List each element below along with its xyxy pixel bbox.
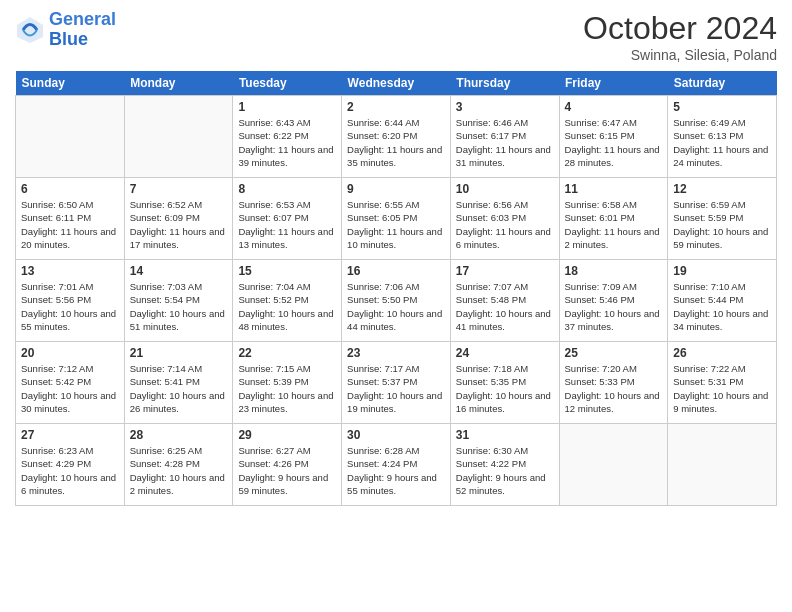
header-row: Sunday Monday Tuesday Wednesday Thursday… [16, 71, 777, 96]
day-number: 26 [673, 346, 771, 360]
page: General Blue October 2024 Swinna, Silesi… [0, 0, 792, 612]
day-info: Sunrise: 6:56 AM Sunset: 6:03 PM Dayligh… [456, 198, 554, 251]
day-cell: 18Sunrise: 7:09 AM Sunset: 5:46 PM Dayli… [559, 260, 668, 342]
title-block: October 2024 Swinna, Silesia, Poland [583, 10, 777, 63]
day-info: Sunrise: 6:53 AM Sunset: 6:07 PM Dayligh… [238, 198, 336, 251]
day-cell: 25Sunrise: 7:20 AM Sunset: 5:33 PM Dayli… [559, 342, 668, 424]
day-number: 7 [130, 182, 228, 196]
day-number: 5 [673, 100, 771, 114]
day-number: 19 [673, 264, 771, 278]
month-title: October 2024 [583, 10, 777, 47]
week-row-2: 6Sunrise: 6:50 AM Sunset: 6:11 PM Daylig… [16, 178, 777, 260]
day-number: 4 [565, 100, 663, 114]
day-info: Sunrise: 7:03 AM Sunset: 5:54 PM Dayligh… [130, 280, 228, 333]
day-cell: 19Sunrise: 7:10 AM Sunset: 5:44 PM Dayli… [668, 260, 777, 342]
day-info: Sunrise: 6:55 AM Sunset: 6:05 PM Dayligh… [347, 198, 445, 251]
day-info: Sunrise: 6:44 AM Sunset: 6:20 PM Dayligh… [347, 116, 445, 169]
day-info: Sunrise: 7:15 AM Sunset: 5:39 PM Dayligh… [238, 362, 336, 415]
day-cell: 1Sunrise: 6:43 AM Sunset: 6:22 PM Daylig… [233, 96, 342, 178]
day-info: Sunrise: 7:12 AM Sunset: 5:42 PM Dayligh… [21, 362, 119, 415]
day-number: 23 [347, 346, 445, 360]
day-cell: 13Sunrise: 7:01 AM Sunset: 5:56 PM Dayli… [16, 260, 125, 342]
week-row-5: 27Sunrise: 6:23 AM Sunset: 4:29 PM Dayli… [16, 424, 777, 506]
day-cell: 21Sunrise: 7:14 AM Sunset: 5:41 PM Dayli… [124, 342, 233, 424]
day-cell: 15Sunrise: 7:04 AM Sunset: 5:52 PM Dayli… [233, 260, 342, 342]
day-number: 11 [565, 182, 663, 196]
day-cell: 6Sunrise: 6:50 AM Sunset: 6:11 PM Daylig… [16, 178, 125, 260]
day-number: 28 [130, 428, 228, 442]
day-info: Sunrise: 6:52 AM Sunset: 6:09 PM Dayligh… [130, 198, 228, 251]
day-info: Sunrise: 7:22 AM Sunset: 5:31 PM Dayligh… [673, 362, 771, 415]
day-cell: 2Sunrise: 6:44 AM Sunset: 6:20 PM Daylig… [342, 96, 451, 178]
day-cell: 7Sunrise: 6:52 AM Sunset: 6:09 PM Daylig… [124, 178, 233, 260]
day-info: Sunrise: 6:43 AM Sunset: 6:22 PM Dayligh… [238, 116, 336, 169]
day-info: Sunrise: 7:01 AM Sunset: 5:56 PM Dayligh… [21, 280, 119, 333]
day-cell: 20Sunrise: 7:12 AM Sunset: 5:42 PM Dayli… [16, 342, 125, 424]
day-info: Sunrise: 6:28 AM Sunset: 4:24 PM Dayligh… [347, 444, 445, 497]
calendar-table: Sunday Monday Tuesday Wednesday Thursday… [15, 71, 777, 506]
day-info: Sunrise: 6:58 AM Sunset: 6:01 PM Dayligh… [565, 198, 663, 251]
header-monday: Monday [124, 71, 233, 96]
day-info: Sunrise: 7:09 AM Sunset: 5:46 PM Dayligh… [565, 280, 663, 333]
day-cell: 30Sunrise: 6:28 AM Sunset: 4:24 PM Dayli… [342, 424, 451, 506]
day-number: 22 [238, 346, 336, 360]
day-info: Sunrise: 7:17 AM Sunset: 5:37 PM Dayligh… [347, 362, 445, 415]
day-number: 1 [238, 100, 336, 114]
header-friday: Friday [559, 71, 668, 96]
day-cell: 14Sunrise: 7:03 AM Sunset: 5:54 PM Dayli… [124, 260, 233, 342]
day-number: 10 [456, 182, 554, 196]
header-tuesday: Tuesday [233, 71, 342, 96]
day-cell: 16Sunrise: 7:06 AM Sunset: 5:50 PM Dayli… [342, 260, 451, 342]
calendar-body: 1Sunrise: 6:43 AM Sunset: 6:22 PM Daylig… [16, 96, 777, 506]
day-info: Sunrise: 7:20 AM Sunset: 5:33 PM Dayligh… [565, 362, 663, 415]
day-number: 25 [565, 346, 663, 360]
week-row-1: 1Sunrise: 6:43 AM Sunset: 6:22 PM Daylig… [16, 96, 777, 178]
header-saturday: Saturday [668, 71, 777, 96]
day-cell: 3Sunrise: 6:46 AM Sunset: 6:17 PM Daylig… [450, 96, 559, 178]
day-cell: 28Sunrise: 6:25 AM Sunset: 4:28 PM Dayli… [124, 424, 233, 506]
day-cell: 24Sunrise: 7:18 AM Sunset: 5:35 PM Dayli… [450, 342, 559, 424]
day-info: Sunrise: 6:25 AM Sunset: 4:28 PM Dayligh… [130, 444, 228, 497]
day-number: 8 [238, 182, 336, 196]
day-number: 12 [673, 182, 771, 196]
day-number: 13 [21, 264, 119, 278]
day-cell: 12Sunrise: 6:59 AM Sunset: 5:59 PM Dayli… [668, 178, 777, 260]
day-cell: 31Sunrise: 6:30 AM Sunset: 4:22 PM Dayli… [450, 424, 559, 506]
day-number: 3 [456, 100, 554, 114]
calendar-header: Sunday Monday Tuesday Wednesday Thursday… [16, 71, 777, 96]
week-row-4: 20Sunrise: 7:12 AM Sunset: 5:42 PM Dayli… [16, 342, 777, 424]
day-info: Sunrise: 7:10 AM Sunset: 5:44 PM Dayligh… [673, 280, 771, 333]
logo-text: General Blue [49, 10, 116, 50]
day-info: Sunrise: 6:30 AM Sunset: 4:22 PM Dayligh… [456, 444, 554, 497]
day-cell: 11Sunrise: 6:58 AM Sunset: 6:01 PM Dayli… [559, 178, 668, 260]
day-number: 14 [130, 264, 228, 278]
day-cell: 23Sunrise: 7:17 AM Sunset: 5:37 PM Dayli… [342, 342, 451, 424]
day-number: 24 [456, 346, 554, 360]
header-sunday: Sunday [16, 71, 125, 96]
day-cell: 4Sunrise: 6:47 AM Sunset: 6:15 PM Daylig… [559, 96, 668, 178]
logo: General Blue [15, 10, 116, 50]
day-cell [124, 96, 233, 178]
day-number: 17 [456, 264, 554, 278]
header-thursday: Thursday [450, 71, 559, 96]
day-number: 18 [565, 264, 663, 278]
day-info: Sunrise: 6:50 AM Sunset: 6:11 PM Dayligh… [21, 198, 119, 251]
header: General Blue October 2024 Swinna, Silesi… [15, 10, 777, 63]
day-number: 2 [347, 100, 445, 114]
day-number: 15 [238, 264, 336, 278]
day-info: Sunrise: 6:23 AM Sunset: 4:29 PM Dayligh… [21, 444, 119, 497]
day-info: Sunrise: 7:04 AM Sunset: 5:52 PM Dayligh… [238, 280, 336, 333]
svg-marker-0 [17, 17, 43, 43]
day-info: Sunrise: 6:59 AM Sunset: 5:59 PM Dayligh… [673, 198, 771, 251]
day-number: 6 [21, 182, 119, 196]
day-info: Sunrise: 7:14 AM Sunset: 5:41 PM Dayligh… [130, 362, 228, 415]
day-number: 29 [238, 428, 336, 442]
day-cell [668, 424, 777, 506]
day-number: 27 [21, 428, 119, 442]
day-cell: 8Sunrise: 6:53 AM Sunset: 6:07 PM Daylig… [233, 178, 342, 260]
day-number: 30 [347, 428, 445, 442]
day-number: 16 [347, 264, 445, 278]
day-info: Sunrise: 6:27 AM Sunset: 4:26 PM Dayligh… [238, 444, 336, 497]
header-wednesday: Wednesday [342, 71, 451, 96]
day-cell [16, 96, 125, 178]
